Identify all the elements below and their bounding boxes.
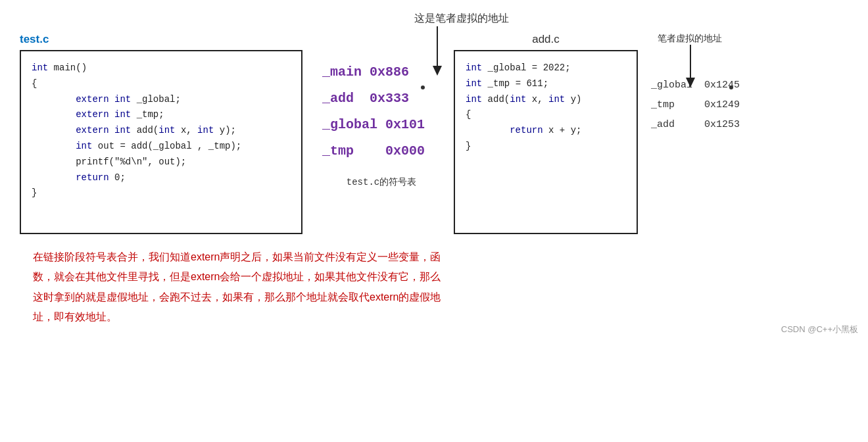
add-code-kw-int4: int [510, 94, 526, 105]
add-c-title: add.c [454, 33, 638, 46]
bottom-explanation-text: 在链接阶段符号表合并，我们知道extern声明之后，如果当前文件没有定义一些变量… [20, 247, 848, 328]
sym-add-addr: 0x333 [370, 91, 409, 106]
watermark-text: CSDN @C++小黑板 [781, 324, 858, 335]
add-code-kw-int3: int [466, 94, 482, 105]
code-keyword-int-5: int [158, 125, 175, 135]
sym-main-addr: 0x886 [370, 64, 409, 80]
code-keyword-int-2: int [114, 94, 131, 105]
add-c-section: add.c int _global = 2022; int _tmp = 611… [454, 33, 638, 234]
sym-entry-main: _main 0x886 [322, 59, 441, 86]
sym-global-name: _global [322, 117, 377, 132]
symbol-table-content: _main 0x886 _add 0x333 _global 0x101 _tm… [322, 59, 441, 164]
right-sym-global: _global 0x1245 [651, 76, 783, 95]
sym-entry-tmp: _tmp 0x000 [322, 138, 441, 164]
test-c-section: test.c int main() { extern int _global; … [20, 33, 302, 234]
right-symbol-content: _global 0x1245 _tmp 0x1249 _add 0x1253 [651, 76, 783, 135]
test-c-title: test.c [20, 33, 302, 46]
right-sym-tmp: _tmp 0x1249 [651, 95, 783, 115]
right-sym-add: _add 0x1253 [651, 115, 783, 135]
test-c-code-box: int main() { extern int _global; extern … [20, 50, 302, 234]
add-code-kw-return: return [510, 125, 542, 135]
top-annotation-text: 这是笔者虚拟的地址 [414, 12, 509, 26]
code-keyword-int-4: int [114, 125, 131, 135]
sym-add-name: _add [322, 91, 362, 106]
bottom-line-4: 址，即有效地址。 [33, 307, 848, 327]
sym-entry-global: _global 0x101 [322, 112, 441, 138]
code-keyword-int-7: int [76, 141, 92, 151]
svg-marker-3 [686, 78, 695, 87]
code-keyword-extern-2: extern [76, 109, 108, 120]
code-keyword-int-6: int [197, 125, 214, 135]
add-code-kw-int1: int [466, 62, 482, 73]
sym-tmp-name: _tmp [322, 143, 377, 159]
add-code-kw-int5: int [548, 94, 565, 105]
bottom-line-3: 这时拿到的就是虚假地址，会跑不过去，如果有，那么那个地址就会取代extern的虚… [33, 287, 848, 307]
bottom-line-1: 在链接阶段符号表合并，我们知道extern声明之后，如果当前文件没有定义一些变量… [33, 247, 848, 267]
sym-global-addr: 0x101 [385, 117, 425, 132]
code-keyword-int: int [32, 62, 48, 73]
code-keyword-int-3: int [114, 109, 131, 120]
right-annotation-section: 笔者虚拟的地址 _global 0x1245 _tmp 0x1249 _add … [651, 33, 783, 135]
right-annotation-text: 笔者虚拟的地址 [658, 33, 722, 45]
add-code-kw-int2: int [466, 78, 482, 89]
bottom-line-2: 数，就会在其他文件里寻找，但是extern会给一个虚拟地址，如果其他文件没有它，… [33, 267, 848, 287]
sym-main-name: _main [322, 64, 362, 80]
add-c-code-box: int _global = 2022; int _tmp = 611; int … [454, 50, 638, 234]
code-keyword-extern-1: extern [76, 94, 108, 105]
symbol-table-label: test.c的符号表 [322, 176, 441, 188]
sym-tmp-addr: 0x000 [385, 143, 425, 159]
symbol-table-section: _main 0x886 _add 0x333 _global 0x101 _tm… [322, 33, 441, 188]
right-arrow-icon [684, 45, 697, 91]
sym-entry-add: _add 0x333 [322, 86, 441, 112]
code-keyword-return-1: return [76, 172, 108, 183]
code-keyword-extern-3: extern [76, 125, 108, 135]
